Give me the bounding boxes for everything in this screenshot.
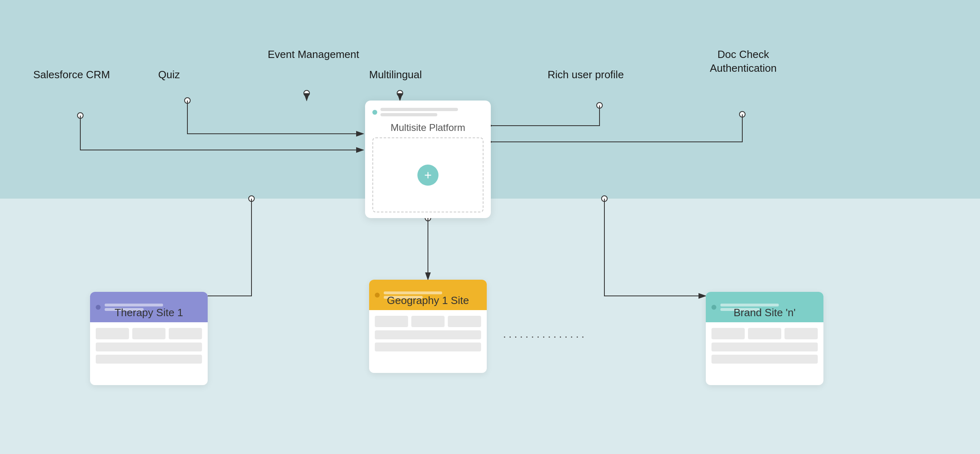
doc-check-label: Doc Check Authentication [710, 48, 777, 75]
multilingual-label: Multilingual [369, 68, 422, 82]
platform-add-area[interactable]: + [372, 137, 484, 212]
therapy-site-name: Therapy Site 1 [90, 306, 208, 322]
geography-site-header: Geography 1 Site [369, 280, 487, 310]
quiz-label: Quiz [158, 68, 180, 82]
platform-card-lines [380, 108, 484, 116]
salesforce-crm-label: Salesforce CRM [33, 68, 110, 82]
brand-site-header: Brand Site 'n' [706, 292, 823, 322]
brand-site-body [706, 322, 823, 385]
brand-site-card: Brand Site 'n' [706, 292, 823, 385]
therapy-site-card: Therapy Site 1 [90, 292, 208, 385]
geography-site-body [369, 310, 487, 373]
platform-card: Multisite Platform + [365, 101, 491, 218]
therapy-site-header: Therapy Site 1 [90, 292, 208, 322]
plus-icon: + [417, 165, 438, 186]
geography-site-card: Geography 1 Site [369, 280, 487, 373]
event-management-label: Event Management [268, 48, 359, 62]
ellipsis-separator: ............... [503, 328, 587, 340]
geography-site-name: Geography 1 Site [369, 294, 487, 310]
rich-user-profile-label: Rich user profile [548, 68, 624, 82]
brand-site-name: Brand Site 'n' [706, 306, 823, 322]
platform-card-dot [372, 110, 377, 115]
platform-label: Multisite Platform [365, 120, 491, 137]
therapy-site-body [90, 322, 208, 385]
